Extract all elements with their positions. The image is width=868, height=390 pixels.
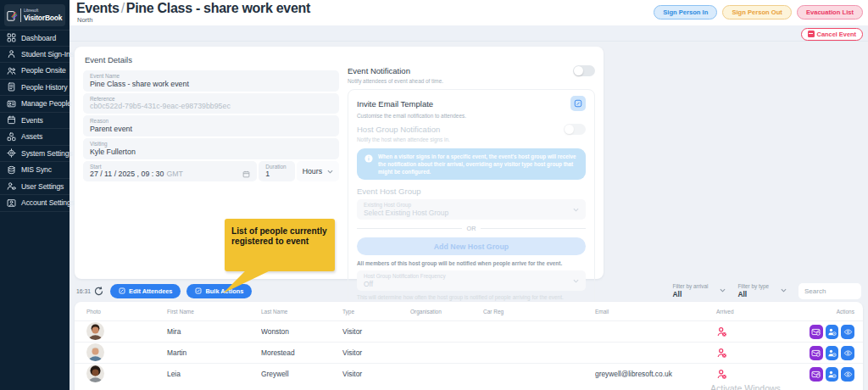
table-row: Leia Greywell Visitor greywell@libresoft…	[75, 363, 863, 384]
assets-icon	[7, 132, 16, 142]
filter-type-value: All	[737, 290, 769, 298]
cell-type: Visitor	[342, 348, 410, 357]
site-location: North	[77, 16, 92, 24]
last-refresh-time: 16:31	[76, 288, 91, 294]
filter-by-type-select[interactable]: Filter by type All	[737, 283, 787, 298]
visiting-field[interactable]: Visiting Kyle Fullerton	[83, 138, 339, 159]
id-card-icon	[7, 99, 16, 109]
start-value: 27 / 11 / 2025 , 09 : 30	[90, 170, 164, 179]
add-new-host-group-button[interactable]: Add New Host Group	[357, 237, 586, 255]
start-timezone: GMT	[164, 170, 183, 179]
attendee-rows: Mira Wonston Visitor	[75, 320, 863, 384]
resend-email-button[interactable]	[810, 346, 823, 360]
chevron-down-icon	[781, 288, 787, 292]
annotation-text: List of people currently registered to e…	[231, 226, 328, 247]
sidebar-item-assets[interactable]: Assets	[0, 129, 70, 146]
resend-email-button[interactable]	[810, 367, 823, 382]
logo-tablet-icon	[7, 10, 18, 21]
eye-icon	[843, 348, 853, 358]
view-person-button[interactable]	[841, 367, 854, 382]
column-header-type: Type	[342, 309, 410, 315]
sidebar-item-student-sign-ins[interactable]: Student Sign-Ins	[0, 47, 70, 64]
envelope-badge-icon	[811, 370, 821, 379]
attendee-toolbar: 16:31 Edit Attendees Bulk Actions	[70, 280, 868, 302]
start-datetime-field[interactable]: Start 27 / 11 / 2025 , 09 : 30 GMT	[83, 161, 257, 182]
main-content: Event Details Event Name Pine Class - sh…	[70, 42, 868, 390]
view-person-button[interactable]	[841, 325, 854, 339]
existing-host-group-select[interactable]: Existing Host Group Select Existing Host…	[357, 199, 586, 220]
table-row: Martin Morestead Visitor	[75, 342, 863, 363]
breadcrumb-section[interactable]: Events	[76, 1, 120, 15]
or-divider: OR	[357, 225, 586, 232]
edit-attendees-button[interactable]: Edit Attendees	[110, 284, 181, 298]
sign-person-in-row-button[interactable]	[826, 346, 839, 360]
filter-by-arrival-select[interactable]: Filter by arrival All	[673, 283, 726, 298]
reference-value: cb0c522d-79b5-431c-9eac-e98739bb95ec	[90, 102, 332, 111]
host-group-note: All members of this host group will be n…	[357, 260, 586, 266]
chevron-down-icon	[573, 208, 579, 212]
duration-unit-select[interactable]: Hours	[297, 161, 339, 182]
duration-unit-value: Hours	[303, 167, 327, 176]
sidebar-item-account-settings[interactable]: Account Settings	[0, 195, 70, 212]
sign-person-out-button[interactable]: Sign Person Out	[722, 5, 792, 20]
cell-last-name: Greywell	[261, 370, 342, 378]
event-details-title: Event Details	[85, 55, 132, 64]
column-header-first-name: First Name	[167, 309, 261, 315]
host-group-notification-title: Host Group Notification	[357, 125, 440, 134]
date-picker-icon[interactable]	[242, 170, 250, 178]
calendar-icon	[7, 115, 16, 125]
app-logo[interactable]: Libresoft VisitorBook	[4, 4, 65, 26]
sidebar-item-dashboard[interactable]: Dashboard	[0, 30, 70, 47]
cancel-event-button[interactable]: Cancel Event	[801, 28, 863, 41]
sidebar-item-system-settings[interactable]: System Settings	[0, 146, 70, 163]
sidebar-item-mis-sync[interactable]: MIS Sync	[0, 162, 70, 179]
sign-person-in-row-button[interactable]	[826, 325, 839, 339]
edit-invite-template-button[interactable]	[570, 96, 586, 111]
sidebar-item-events[interactable]: Events	[0, 113, 70, 130]
column-header-last-name: Last Name	[261, 309, 342, 315]
reason-field[interactable]: Reason Parent event	[83, 115, 339, 136]
eye-icon	[843, 327, 853, 337]
sidebar-item-people-onsite[interactable]: People Onsite	[0, 63, 70, 80]
sign-person-in-button[interactable]: Sign Person In	[654, 5, 717, 20]
sidebar-item-people-history[interactable]: People History	[0, 80, 70, 97]
sign-person-in-row-button[interactable]	[826, 367, 839, 382]
sidebar-item-manage-people[interactable]: Manage People	[0, 96, 70, 113]
refresh-button[interactable]	[93, 286, 104, 297]
view-person-button[interactable]	[841, 346, 854, 360]
resend-email-button[interactable]	[810, 325, 823, 339]
avatar	[86, 354, 104, 363]
person-check-icon	[827, 348, 837, 358]
brand-small: Libresoft	[24, 9, 62, 14]
person-check-icon	[827, 370, 837, 379]
event-notification-title: Event Notification	[348, 66, 410, 75]
event-name-field[interactable]: Event Name Pine Class - share work event	[83, 70, 339, 92]
account-icon	[7, 198, 16, 208]
column-header-organisation: Organisation	[410, 309, 483, 315]
search-input[interactable]	[798, 283, 861, 299]
table-row: Mira Wonston Visitor	[75, 320, 863, 342]
person-not-arrived-icon	[716, 348, 727, 359]
dashboard-icon	[7, 33, 16, 42]
sub-bar: Cancel Event	[70, 25, 868, 42]
filter-arrival-value: All	[673, 290, 709, 298]
host-group-info-box: When a visitor signs in for a specific e…	[357, 148, 586, 180]
person-not-arrived-icon	[716, 369, 727, 380]
column-header-photo: Photo	[86, 309, 167, 315]
host-group-notification-toggle[interactable]	[564, 124, 586, 135]
cell-last-name: Wonston	[261, 327, 342, 336]
person-not-arrived-icon	[716, 326, 727, 337]
top-bar: Events/Pine Class - share work event Nor…	[70, 0, 868, 25]
student-icon	[7, 49, 16, 58]
filter-arrival-label: Filter by arrival	[673, 283, 709, 290]
pencil-icon	[574, 99, 582, 108]
duration-field[interactable]: Duration 1	[259, 161, 294, 182]
person-check-icon	[827, 327, 837, 337]
duration-value: 1	[265, 170, 287, 179]
sidebar-item-user-settings[interactable]: User Settings	[0, 179, 70, 196]
evacuation-list-button[interactable]: Evacuation List	[797, 5, 863, 20]
cell-first-name: Leia	[167, 370, 261, 378]
bulk-actions-button[interactable]: Bulk Actions	[186, 284, 252, 298]
event-notification-toggle[interactable]	[573, 65, 595, 76]
user-gear-icon	[7, 181, 16, 191]
